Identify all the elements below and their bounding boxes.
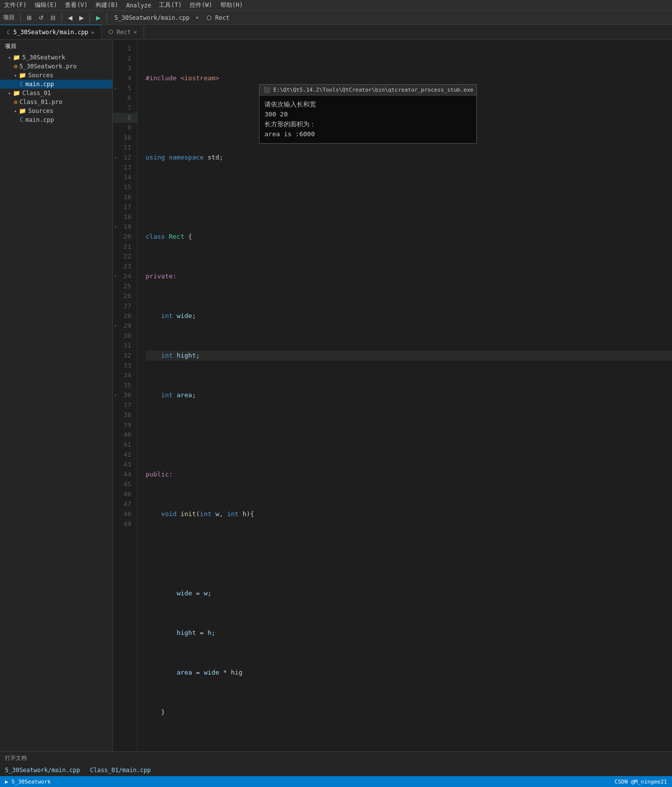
status-attribution: CSDN @M_ningee21 [615, 779, 667, 785]
sidebar-label-class01: Class_01 [22, 90, 51, 97]
toolbar: 项目 ⊞ ↺ ⊟ ◀ ▶ ▶ 5_30Seatwork/main.cpp ✕ ⬡… [0, 11, 672, 25]
open-doc-item-1[interactable]: 5_30Seatwork/main.cpp [5, 767, 80, 774]
sidebar-item-project-root[interactable]: ▾ 📁 5_30Seatwork [0, 53, 112, 62]
line-24: ▾24 [113, 271, 137, 281]
line-21: 21 [113, 242, 137, 252]
code-line-10 [146, 430, 672, 440]
open-docs-label: 打开文档 [5, 754, 27, 762]
line-40: 40 [113, 430, 137, 440]
line-45: 45 [113, 479, 137, 489]
tree-arrow-root: ▾ [8, 55, 11, 60]
tab-rect-close[interactable]: ✕ [134, 29, 137, 35]
line-43: 43 [113, 460, 137, 470]
line-31: 31 [113, 341, 137, 351]
line-20: 20 [113, 232, 137, 242]
terminal-line-1: 请依次输入长和宽 [264, 100, 471, 109]
sidebar-item-main-cpp-1[interactable]: C main.cpp [0, 80, 112, 89]
forward-btn[interactable]: ▶ [77, 13, 86, 22]
line-2: 2 [113, 53, 137, 63]
sidebar-item-class-01[interactable]: ▾ 📁 Class_01 [0, 89, 112, 98]
tab-main-cpp-close[interactable]: ✕ [91, 30, 94, 35]
tab-close-x[interactable]: ✕ [196, 14, 199, 21]
back-btn[interactable]: ◀ [65, 13, 75, 22]
line-5: ▾5 [113, 83, 137, 93]
menu-file[interactable]: 文件(F) [4, 1, 27, 9]
code-line-13 [146, 549, 672, 559]
code-line-11: public: [146, 470, 672, 479]
line-42: 42 [113, 450, 137, 460]
menu-tools[interactable]: 工具(T) [159, 1, 182, 9]
collapse-btn[interactable]: ⊟ [48, 13, 58, 22]
line-29: ▾29 [113, 321, 137, 331]
line-37: 37 [113, 400, 137, 410]
line-7: 7 [113, 103, 137, 113]
line-47: 47 [113, 499, 137, 509]
line-1: 1 [113, 44, 137, 53]
line-38: 38 [113, 410, 137, 420]
line-28: 28 [113, 311, 137, 321]
status-right: CSDN @M_ningee21 [615, 779, 667, 785]
line-numbers: 1 2 3 4 ▾5 6 7 8 9 10 11 ▾12 13 14 15 16… [113, 40, 138, 776]
terminal-line-2: 300 20 [264, 109, 471, 119]
sidebar-label-project-root: 5_30Seatwork [22, 54, 65, 61]
line-18: 18 [113, 212, 137, 222]
code-content: #include <iostream> using namespace std;… [138, 40, 672, 776]
status-left: ▶ 5_30Seatwork [5, 779, 51, 785]
line-11: 11 [113, 143, 137, 153]
editor-area[interactable]: 1 2 3 4 ▾5 6 7 8 9 10 11 ▾12 13 14 15 16… [113, 40, 672, 776]
folder-icon-class01: 📁 [13, 90, 20, 97]
sidebar-item-sources-1[interactable]: ▾ 📁 Sources [0, 71, 112, 80]
line-16: 16 [113, 192, 137, 202]
rect-tab[interactable]: ⬡ Rect [203, 14, 233, 21]
code-line-1: #include <iostream> [146, 73, 672, 83]
line-22: 22 [113, 252, 137, 262]
pro-icon-1: ⚙ [14, 63, 17, 70]
pro-icon-2: ⚙ [14, 99, 17, 105]
line-13: 13 [113, 162, 137, 172]
code-line-9: int area; [146, 390, 672, 400]
folder-icon-sources-2: 📁 [19, 107, 26, 114]
sidebar-item-main-cpp-2[interactable]: C main.cpp [0, 115, 112, 124]
sidebar-item-pro-1[interactable]: ⚙ 5_30Seatwork.pro [0, 62, 112, 71]
line-4: 4 [113, 73, 137, 83]
code-line-6: private: [146, 271, 672, 281]
sync-btn[interactable]: ↺ [36, 13, 46, 22]
line-46: 46 [113, 489, 137, 499]
line-12: ▾12 [113, 153, 137, 162]
run-btn[interactable]: ▶ [94, 13, 103, 22]
tab-rect[interactable]: ⬡ Rect ✕ [102, 25, 144, 39]
line-14: 14 [113, 172, 137, 182]
menu-edit[interactable]: 编辑(E) [35, 1, 57, 9]
code-line-17: } [146, 707, 672, 717]
terminal-line-4: area is :6000 [264, 129, 471, 139]
code-line-4 [146, 192, 672, 202]
line-27: 27 [113, 301, 137, 311]
open-doc-item-2[interactable]: Class_01/main.cpp [90, 767, 151, 774]
code-container: 1 2 3 4 ▾5 6 7 8 9 10 11 ▾12 13 14 15 16… [113, 40, 672, 776]
menu-analyze[interactable]: Analyze [126, 2, 152, 9]
sidebar-item-sources-2[interactable]: ▾ 📁 Sources [0, 106, 112, 115]
filter-btn[interactable]: ⊞ [24, 13, 34, 22]
code-line-3: using namespace std; [146, 153, 672, 162]
code-line-15: hight = h; [146, 628, 672, 638]
sidebar-item-pro-2[interactable]: ⚙ Class_01.pro [0, 98, 112, 106]
code-line-7: int wide; [146, 311, 672, 321]
sidebar-label-main-cpp-2: main.cpp [25, 116, 54, 123]
status-bar: ▶ 5_30Seatwork CSDN @M_ningee21 [0, 776, 672, 787]
code-line-5: class Rect { [146, 232, 672, 242]
sidebar-label-pro-2: Class_01.pro [19, 99, 62, 105]
code-line-16: area = wide * hig [146, 668, 672, 678]
tab-rect-icon: ⬡ [108, 29, 113, 35]
line-8: 8 [113, 113, 137, 123]
menu-build[interactable]: 构建(B) [96, 1, 118, 9]
menu-view[interactable]: 查看(V) [65, 1, 88, 9]
line-35: 35 [113, 380, 137, 390]
line-39: 39 [113, 420, 137, 430]
menu-controls[interactable]: 控件(W) [190, 1, 212, 9]
folder-icon-root: 📁 [13, 54, 20, 61]
line-34: 34 [113, 370, 137, 380]
menu-help[interactable]: 帮助(H) [220, 1, 243, 9]
toolbar-sep-3 [90, 13, 90, 22]
toolbar-sep-2 [61, 13, 62, 22]
tab-main-cpp[interactable]: C 5_30Seatwork/main.cpp ✕ [0, 25, 102, 39]
